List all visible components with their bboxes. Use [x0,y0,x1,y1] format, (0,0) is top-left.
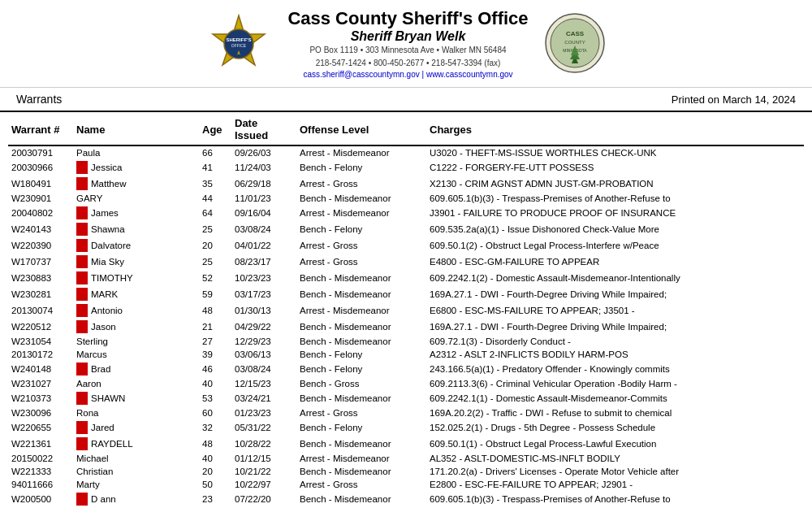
sheriff-badge-logo: SHERIFF'S OFFICE [206,11,271,76]
cell-charges: 609.605.1(b)(3) - Trespass-Premises of A… [426,192,804,205]
cell-date: 03/24/21 [231,390,296,406]
cell-age: 25 [199,221,231,237]
cell-charges: 609.2242.1(1) - Domestic Assault-Misdeme… [426,390,804,406]
name-text: D ann [91,494,116,504]
sheriff-name: Sheriff Bryan Welk [287,29,528,44]
cell-name: Sterling [73,335,199,348]
col-header-date: Date Issued [231,112,296,145]
cell-date: 06/29/18 [231,176,296,192]
cell-charges: C1222 - FORGERY-FE-UTT POSSESS [426,159,804,176]
cell-age: 64 [199,205,231,221]
cell-name: Aaron [73,377,199,390]
red-bar-indicator [76,177,88,190]
red-bar-indicator [76,239,88,252]
cell-warrant: W240148 [8,361,73,377]
red-bar-indicator [76,392,88,405]
name-text: Michael [76,454,109,463]
cell-warrant: W231027 [8,377,73,390]
cell-charges: E4800 - ESC-GM-FAILURE TO APPEAR [426,254,804,270]
cell-age: 20 [199,237,231,254]
cell-name: Brad [73,361,199,377]
table-row: 20030791Paula6609/26/03Arrest - Misdemea… [8,145,804,159]
cell-warrant: W210373 [8,390,73,406]
table-header-row: Warrant # Name Age Date Issued Offense L… [8,112,804,145]
red-bar-indicator [76,271,88,284]
table-row: W231054Sterling2712/29/23Bench - Misdeme… [8,335,804,348]
cell-date: 03/08/24 [231,221,296,237]
cell-age: 35 [199,176,231,192]
cell-date: 04/01/22 [231,237,296,254]
cell-warrant: W230883 [8,270,73,286]
cell-age: 48 [199,302,231,319]
red-bar-indicator [76,363,88,376]
cell-offense: Bench - Felony [296,221,426,237]
red-bar-indicator [76,421,88,434]
county-logo: CASS COUNTY MINNESOTA [545,13,606,74]
name-text: SHAWN [91,393,125,403]
address-line1: PO Box 1119 • 303 Minnesota Ave • Walker… [287,44,528,57]
cell-name: D ann [73,491,199,507]
cell-charges: AL352 - ASLT-DOMESTIC-MS-INFLT BODILY [426,452,804,465]
table-row: W170737Mia Sky2508/23/17Arrest - GrossE4… [8,254,804,270]
col-header-offense: Offense Level [296,112,426,145]
cell-warrant: 20040802 [8,205,73,221]
cell-age: 20 [199,465,231,478]
cell-offense: Arrest - Misdemeanor [296,205,426,221]
cell-name: GARY [73,192,199,205]
table-row: W240143Shawna2503/08/24Bench - Felony609… [8,221,804,237]
office-title: Cass County Sheriff's Office [287,8,528,29]
cell-offense: Bench - Misdemeanor [296,335,426,348]
cell-charges: 243.166.5(a)(1) - Predatory Offender - K… [426,361,804,377]
cell-date: 03/17/23 [231,286,296,302]
cell-date: 09/26/03 [231,145,296,159]
name-text: Brad [91,364,110,374]
cell-date: 03/06/13 [231,348,296,361]
cell-warrant: 20130172 [8,348,73,361]
cell-age: 23 [199,491,231,507]
website-links: cass.sheriff@casscountymn.gov | www.cass… [287,70,528,79]
cell-date: 10/28/22 [231,436,296,452]
cell-warrant: W240143 [8,221,73,237]
cell-warrant: 20030966 [8,159,73,176]
name-text: Antonio [91,306,123,315]
name-text: MARK [91,289,118,299]
table-row: 20040802James6409/16/04Arrest - Misdemea… [8,205,804,221]
cell-charges: A2312 - ASLT 2-INFLICTS BODILY HARM-POS [426,348,804,361]
cell-warrant: 20130074 [8,302,73,319]
cell-age: 40 [199,377,231,390]
cell-charges: X2130 - CRIM AGNST ADMN JUST-GM-PROBATIO… [426,176,804,192]
svg-text:OFFICE: OFFICE [231,43,247,48]
red-bar-indicator [76,437,88,450]
cell-age: 60 [199,406,231,419]
table-row: W220655Jared3205/31/22Bench - Felony152.… [8,419,804,436]
cell-age: 25 [199,254,231,270]
cell-date: 07/22/20 [231,491,296,507]
cell-warrant: W220512 [8,319,73,335]
cell-charges: 609.535.2a(a)(1) - Issue Dishonored Chec… [426,221,804,237]
warrants-table: Warrant # Name Age Date Issued Offense L… [8,112,804,507]
cell-warrant: W200500 [8,491,73,507]
cell-offense: Bench - Misdemeanor [296,286,426,302]
cell-date: 12/29/23 [231,335,296,348]
cell-name: James [73,205,199,221]
table-row: W220390Dalvatore2004/01/22Arrest - Gross… [8,237,804,254]
website1: cass.sheriff@casscountymn.gov [303,70,419,79]
table-row: W221333Christian2010/21/22Bench - Misdem… [8,465,804,478]
table-row: W230281MARK5903/17/23Bench - Misdemeanor… [8,286,804,302]
cell-warrant: 20150022 [8,452,73,465]
name-text: Dalvatore [91,241,131,250]
name-text: Marcus [76,350,107,359]
cell-age: 44 [199,192,231,205]
cell-date: 12/15/23 [231,377,296,390]
cell-date: 01/12/15 [231,452,296,465]
cell-age: 52 [199,270,231,286]
cell-offense: Arrest - Gross [296,406,426,419]
cell-offense: Bench - Misdemeanor [296,465,426,478]
cell-charges: 169A.27.1 - DWI - Fourth-Degree Driving … [426,286,804,302]
cell-warrant: W180491 [8,176,73,192]
cell-offense: Bench - Misdemeanor [296,270,426,286]
cell-warrant: W170737 [8,254,73,270]
cell-warrant: W221333 [8,465,73,478]
red-bar-indicator [76,493,88,506]
cell-date: 05/31/22 [231,419,296,436]
